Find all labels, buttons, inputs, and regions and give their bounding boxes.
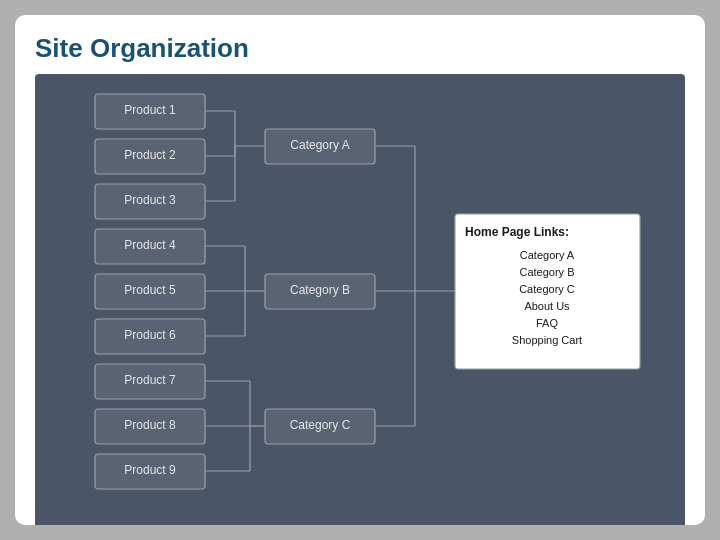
home-link-cat-b: Category B [519,266,574,278]
category-b-label: Category B [290,283,350,297]
product-4-label: Product 4 [124,238,176,252]
home-page-title: Home Page Links: [465,225,569,239]
page-title: Site Organization [35,33,685,64]
product-5-label: Product 5 [124,283,176,297]
category-a-label: Category A [290,138,349,152]
product-8-label: Product 8 [124,418,176,432]
category-c-label: Category C [290,418,351,432]
product-1-label: Product 1 [124,103,176,117]
home-link-cat-c: Category C [519,283,575,295]
product-7-label: Product 7 [124,373,176,387]
diagram-area: Product 1 Product 2 Product 3 Product 4 … [35,74,685,525]
product-9-label: Product 9 [124,463,176,477]
product-3-label: Product 3 [124,193,176,207]
home-link-cart: Shopping Cart [512,334,582,346]
product-6-label: Product 6 [124,328,176,342]
home-link-cat-a: Category A [520,249,575,261]
product-2-label: Product 2 [124,148,176,162]
home-link-about: About Us [524,300,570,312]
home-link-faq: FAQ [536,317,558,329]
slide: Site Organization Product 1 Product 2 Pr… [15,15,705,525]
